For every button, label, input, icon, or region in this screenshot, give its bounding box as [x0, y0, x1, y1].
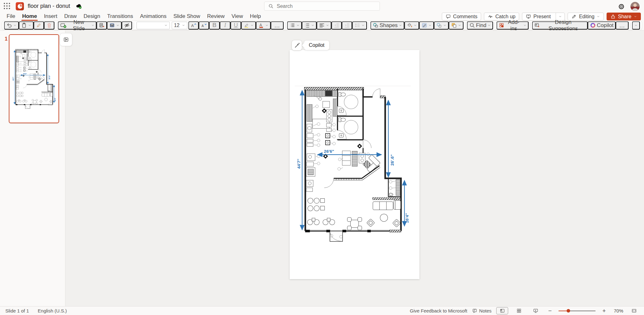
delete-button[interactable]	[44, 21, 54, 30]
floor-plan-drawing	[295, 86, 410, 242]
hide-slide-button[interactable]	[122, 21, 132, 30]
document-title[interactable]: floor plan - donut	[28, 3, 70, 9]
tab-transitions[interactable]: Transitions	[104, 13, 137, 21]
shapes-button[interactable]: Shapes	[370, 21, 404, 30]
share-icon	[610, 14, 616, 19]
italic-button[interactable]: I	[220, 21, 230, 30]
tab-slide-show[interactable]: Slide Show	[170, 13, 203, 21]
zoom-level[interactable]: 70%	[613, 308, 623, 313]
zoom-in-button[interactable]: +	[600, 307, 608, 314]
normal-view-button[interactable]	[496, 307, 508, 314]
settings-gear-icon[interactable]	[618, 3, 625, 10]
normal-view-icon	[500, 308, 505, 313]
editing-pencil-icon	[571, 14, 577, 19]
divider	[285, 22, 286, 29]
add-ins-button[interactable]: Add-ins	[497, 21, 529, 30]
chevron-down-icon	[634, 15, 637, 18]
slide-sorter-view-button[interactable]	[513, 307, 525, 314]
format-painter-button[interactable]	[34, 21, 44, 30]
notes-icon	[472, 308, 477, 313]
reuse-slides-button[interactable]	[97, 21, 107, 30]
workspace: 1 Copilot	[0, 30, 644, 306]
collapse-ribbon-button[interactable]	[632, 21, 640, 30]
chevron-down-icon	[558, 15, 562, 18]
bullets-button[interactable]	[287, 21, 302, 30]
fit-slide-to-window-button[interactable]	[628, 307, 640, 314]
panel-collapse-icon	[63, 37, 69, 42]
copilot-button[interactable]: Copilot	[588, 21, 616, 30]
undo-button[interactable]	[4, 21, 19, 30]
font-color-button[interactable]	[256, 21, 271, 30]
slideshow-icon	[533, 308, 538, 313]
numbering-button[interactable]	[302, 21, 317, 30]
zoom-slider-track	[558, 311, 596, 312]
new-slide-button[interactable]: New Slide	[58, 21, 97, 30]
shape-outline-button[interactable]	[419, 21, 434, 30]
slide-counter: Slide 1 of 1	[5, 308, 29, 313]
chevron-down-icon	[597, 15, 600, 18]
more-font-options-button[interactable]: …	[271, 21, 284, 30]
tab-view[interactable]: View	[228, 13, 247, 21]
tab-help[interactable]: Help	[247, 13, 264, 21]
comments-icon	[446, 14, 451, 19]
ribbon-overflow-button[interactable]: …	[616, 21, 629, 30]
grid-view-icon	[516, 308, 522, 313]
title-bar: floor plan - donut	[0, 0, 644, 13]
editing-canvas[interactable]: Copilot	[66, 30, 644, 306]
font-name-select[interactable]	[136, 22, 170, 29]
slide-canvas[interactable]	[290, 50, 419, 279]
status-bar: Slide 1 of 1 English (U.S.) Give Feedbac…	[0, 306, 644, 315]
grow-font-button[interactable]	[188, 21, 199, 30]
tab-insert[interactable]: Insert	[41, 13, 61, 21]
paste-button[interactable]	[19, 21, 34, 30]
feedback-link[interactable]: Give Feedback to Microsoft	[410, 308, 467, 313]
shrink-font-button[interactable]	[199, 21, 209, 30]
app-launcher-icon[interactable]	[3, 2, 11, 10]
highlight-color-button[interactable]	[241, 21, 256, 30]
powerpoint-logo-icon[interactable]	[16, 2, 24, 10]
underline-button[interactable]: U	[230, 21, 241, 30]
catch-up-icon	[488, 14, 493, 19]
merge-shapes-button[interactable]	[434, 21, 449, 30]
slide-thumbnail-1[interactable]	[9, 34, 59, 123]
copilot-tooltip[interactable]: Copilot	[304, 41, 329, 50]
divider	[630, 22, 630, 29]
align-button[interactable]	[317, 21, 331, 30]
tab-file[interactable]: File	[3, 13, 19, 21]
line-spacing-button[interactable]	[352, 21, 367, 30]
shape-fill-button[interactable]	[404, 21, 419, 30]
divider	[134, 22, 134, 29]
increase-indent-button[interactable]	[342, 21, 352, 30]
share-button[interactable]: Share	[607, 13, 641, 20]
design-suggestions-button[interactable]: Design Suggestions	[532, 21, 588, 30]
find-button[interactable]: Find	[467, 21, 493, 30]
tab-home[interactable]: Home	[19, 13, 40, 21]
collapse-thumbnail-panel-button[interactable]	[60, 33, 72, 46]
comments-button[interactable]: Comments	[442, 13, 481, 20]
decrease-indent-button[interactable]	[331, 21, 342, 30]
avatar[interactable]	[630, 2, 640, 11]
arrange-button[interactable]	[449, 21, 464, 30]
slide-layout-button[interactable]	[107, 21, 122, 30]
copilot-sparkle-pen-icon	[294, 42, 300, 48]
search-bar[interactable]	[264, 2, 380, 11]
zoom-out-button[interactable]: −	[546, 307, 554, 314]
search-input[interactable]	[277, 3, 376, 9]
slideshow-view-button[interactable]	[530, 307, 541, 314]
zoom-slider-thumb[interactable]	[567, 309, 570, 312]
notes-button[interactable]: Notes	[472, 308, 491, 313]
font-size-select[interactable]: 12	[172, 22, 187, 29]
divider	[56, 22, 56, 29]
slide-thumbnails-panel: 1	[0, 30, 65, 306]
bold-button[interactable]: B	[209, 21, 220, 30]
floor-plan-image[interactable]	[295, 86, 411, 242]
language-selector[interactable]: English (U.S.)	[38, 308, 67, 313]
divider	[369, 22, 369, 29]
divider	[465, 22, 465, 29]
divider	[530, 22, 530, 29]
tab-review[interactable]: Review	[203, 13, 228, 21]
divider	[495, 22, 495, 29]
tab-animations[interactable]: Animations	[136, 13, 170, 21]
copilot-canvas-button[interactable]	[291, 40, 302, 51]
zoom-slider[interactable]	[558, 309, 596, 313]
